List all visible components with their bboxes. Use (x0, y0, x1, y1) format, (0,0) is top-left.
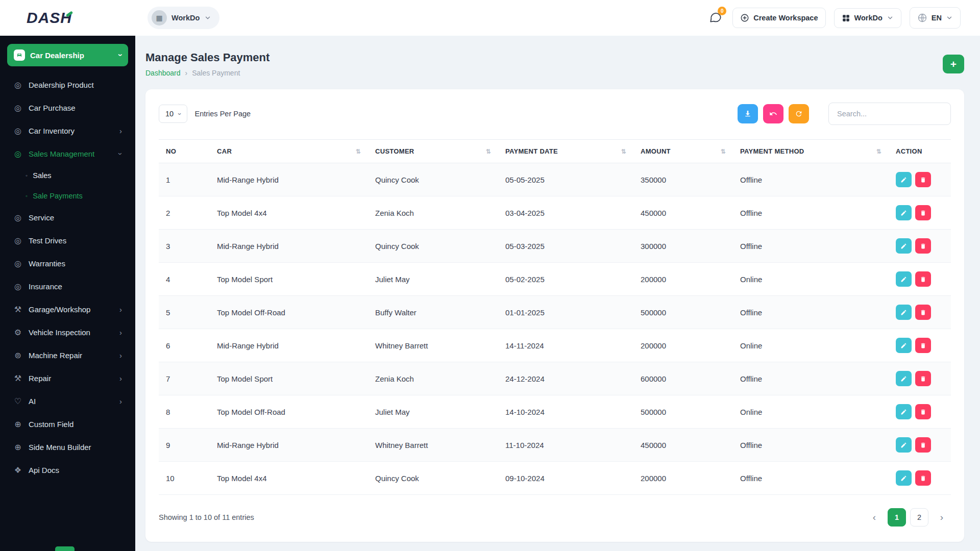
sidebar-item-garage-workshop[interactable]: ⚒Garage/Workshop› (7, 298, 128, 321)
sidebar-item-dealership-product[interactable]: ◎Dealership Product (7, 73, 128, 96)
cell-customer: Quincy Cook (368, 462, 498, 495)
sidebar-item-service[interactable]: ◎Service (7, 206, 128, 229)
sidebar: Car Dealership › ◎Dealership Product◎Car… (0, 36, 135, 551)
cell-car: Top Model 4x4 (210, 462, 368, 495)
delete-button[interactable] (915, 205, 931, 220)
column-label: CAR (217, 147, 232, 155)
edit-button[interactable] (896, 205, 912, 220)
entries-per-page-select[interactable]: 10 › (159, 105, 187, 123)
sidebar-item-label: Car Inventory (29, 127, 113, 135)
sidebar-item-test-drives[interactable]: ◎Test Drives (7, 229, 128, 252)
sort-icon: ⇅ (356, 148, 361, 155)
apps-menu-button[interactable]: WorkDo (834, 8, 901, 28)
sidebar-item-insurance[interactable]: ◎Insurance (7, 275, 128, 298)
edit-button[interactable] (896, 238, 912, 254)
pagination-page-2[interactable]: 2 (910, 508, 928, 527)
sidebar-item-label: Dealership Product (29, 81, 122, 89)
pencil-icon (900, 342, 907, 349)
cell-payment-date: 01-01-2025 (498, 296, 633, 329)
card-footer: Showing 1 to 10 of 11 entries ‹ 12 › (159, 508, 951, 527)
column-label: PAYMENT DATE (505, 147, 558, 155)
sidebar-item-label: Side Menu Builder (29, 443, 122, 452)
cell-car: Mid-Range Hybrid (210, 230, 368, 263)
delete-button[interactable] (915, 305, 931, 320)
delete-button[interactable] (915, 371, 931, 386)
sidebar-item-label: Car Purchase (29, 104, 122, 112)
create-workspace-label: Create Workspace (753, 14, 818, 22)
sort-icon: ⇅ (621, 148, 626, 155)
table-row: 3Mid-Range HybridQuincy Cook05-03-202530… (159, 230, 951, 263)
sidebar-item-sales-management[interactable]: ◎Sales Management› (7, 142, 128, 165)
delete-button[interactable] (915, 338, 931, 353)
refresh-button[interactable] (789, 104, 809, 123)
sidebar-item-vehicle-inspection[interactable]: ⚙Vehicle Inspection› (7, 321, 128, 344)
edit-button[interactable] (896, 305, 912, 320)
pagination-prev[interactable]: ‹ (865, 508, 884, 527)
cell-amount: 600000 (633, 362, 733, 395)
delete-button[interactable] (915, 404, 931, 419)
cell-car: Mid-Range Hybrid (210, 329, 368, 362)
edit-button[interactable] (896, 470, 912, 486)
sidebar-item-ai[interactable]: ♡AI› (7, 390, 128, 413)
export-button[interactable] (738, 104, 758, 123)
sidebar-item-car-inventory[interactable]: ◎Car Inventory› (7, 119, 128, 142)
search-input[interactable] (828, 103, 951, 125)
sidebar-item-side-menu-builder[interactable]: ⊕Side Menu Builder (7, 436, 128, 459)
sidebar-item-custom-field[interactable]: ⊕Custom Field (7, 413, 128, 436)
sidebar-subitem-sales[interactable]: ◦Sales (7, 165, 128, 186)
logo[interactable]: DASH (0, 9, 135, 27)
sidebar-item-warranties[interactable]: ◎Warranties (7, 252, 128, 275)
sidebar-subitem-label: Sale Payments (33, 192, 83, 200)
delete-button[interactable] (915, 470, 931, 486)
sidebar-item-repair[interactable]: ⚒Repair› (7, 367, 128, 390)
column-header-payment-date[interactable]: PAYMENT DATE⇅ (498, 140, 633, 163)
undo-icon (769, 110, 777, 118)
cell-no: 5 (159, 296, 210, 329)
edit-button[interactable] (896, 172, 912, 187)
topbar-actions: 0 Create Workspace WorkDo EN (707, 7, 980, 29)
cell-amount: 450000 (633, 429, 733, 462)
column-header-car[interactable]: CAR⇅ (210, 140, 368, 163)
edit-button[interactable] (896, 271, 912, 287)
ai-icon: ♡ (13, 396, 22, 406)
language-button[interactable]: EN (910, 7, 961, 29)
breadcrumb-dashboard-link[interactable]: Dashboard (145, 69, 181, 77)
machine-icon: ⊚ (13, 350, 22, 360)
pagination-next[interactable]: › (933, 508, 951, 527)
create-workspace-button[interactable]: Create Workspace (732, 8, 825, 28)
edit-button[interactable] (896, 371, 912, 386)
sidebar-app-button[interactable]: Car Dealership › (7, 44, 128, 66)
cell-payment-date: 05-03-2025 (498, 230, 633, 263)
sales-payment-table: NOCAR⇅CUSTOMER⇅PAYMENT DATE⇅AMOUNT⇅PAYME… (159, 139, 951, 495)
chevron-down-icon (204, 14, 211, 21)
messages-button[interactable]: 0 (707, 9, 724, 28)
table-row: 8Top Model Off-RoadJuliet May14-10-20245… (159, 395, 951, 429)
entries-summary: Showing 1 to 10 of 11 entries (159, 513, 254, 521)
workspace-selector[interactable]: ▦ WorkDo (148, 7, 219, 29)
sidebar-item-label: Test Drives (29, 236, 122, 245)
add-payment-button[interactable]: + (943, 55, 964, 73)
column-header-action: ACTION (889, 140, 951, 163)
delete-button[interactable] (915, 172, 931, 187)
column-header-amount[interactable]: AMOUNT⇅ (633, 140, 733, 163)
edit-button[interactable] (896, 437, 912, 453)
sidebar-item-machine-repair[interactable]: ⊚Machine Repair› (7, 344, 128, 367)
pencil-icon (900, 210, 907, 216)
cell-action (889, 163, 951, 196)
column-header-customer[interactable]: CUSTOMER⇅ (368, 140, 498, 163)
cell-amount: 500000 (633, 296, 733, 329)
delete-button[interactable] (915, 271, 931, 287)
workspace-avatar: ▦ (152, 10, 167, 26)
sidebar-partial-item[interactable] (55, 546, 75, 551)
sidebar-item-car-purchase[interactable]: ◎Car Purchase (7, 96, 128, 119)
delete-button[interactable] (915, 238, 931, 254)
edit-button[interactable] (896, 404, 912, 419)
edit-button[interactable] (896, 338, 912, 353)
reset-button[interactable] (763, 104, 783, 123)
cell-no: 3 (159, 230, 210, 263)
delete-button[interactable] (915, 437, 931, 453)
pagination-page-1[interactable]: 1 (888, 508, 906, 527)
sidebar-subitem-sale-payments[interactable]: ◦Sale Payments (7, 186, 128, 206)
sidebar-item-api-docs[interactable]: ❖Api Docs (7, 459, 128, 482)
column-header-payment-method[interactable]: PAYMENT METHOD⇅ (733, 140, 889, 163)
